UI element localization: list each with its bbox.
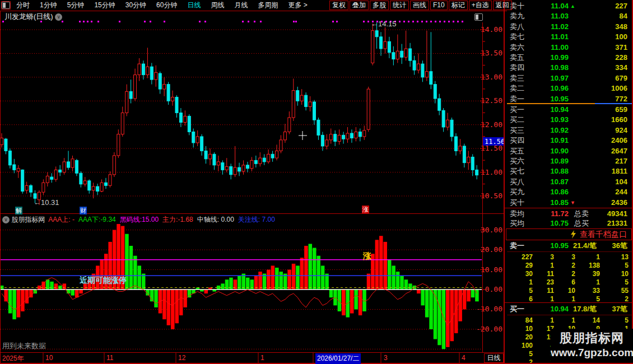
detail-cell: 1	[554, 316, 575, 325]
svg-text:0.00: 0.00	[485, 285, 502, 293]
bid-row[interactable]: 买八10.87104	[507, 177, 632, 187]
level-label: 买五	[510, 146, 524, 156]
bid-row[interactable]: 买四10.912406	[507, 136, 632, 146]
total-label: 总卖	[574, 209, 589, 219]
level-label: 买八	[510, 177, 524, 187]
average-row: 买均10.75总买21331	[507, 218, 632, 228]
period-selector[interactable]: 日线	[484, 353, 504, 363]
toolbar-button-叠加[interactable]: 叠加	[350, 1, 369, 10]
bid-row[interactable]: 买九10.86244	[507, 187, 632, 197]
menu-item-30分钟[interactable]: 30分钟	[125, 1, 146, 10]
toolbar-button-多股[interactable]: 多股	[370, 1, 389, 10]
indicator-value: 黑码线:15.00	[120, 216, 159, 223]
level-price: 10.86	[541, 187, 569, 197]
toolbar-button-画线[interactable]: 画线	[410, 1, 429, 10]
bid-row[interactable]: 买五10.902647	[507, 146, 632, 156]
menu-item-日线[interactable]: 日线	[187, 1, 201, 10]
level-price: 10.92	[541, 125, 569, 136]
svg-text:11.56: 11.56	[485, 138, 505, 146]
detail-cell: 29	[507, 262, 533, 270]
level-volume: 2406	[611, 136, 627, 146]
level-price: 11.02	[541, 22, 569, 32]
level-volume: 924	[615, 125, 627, 136]
detail-cell: 3	[533, 253, 554, 262]
up-arrow-icon: ▲	[570, 1, 575, 11]
chevron-down-icon[interactable]: ∨	[55, 13, 62, 21]
low-price-label: ←10.31	[34, 198, 59, 207]
detail-cell: 10	[554, 287, 575, 295]
menu-item-5分钟[interactable]: 5分钟	[67, 1, 85, 10]
ask-row[interactable]: 卖七11.01100	[507, 32, 632, 42]
svg-text:30.00: 30.00	[481, 226, 502, 234]
level-label: 卖二	[510, 83, 524, 94]
menu-item-月线[interactable]: 月线	[234, 1, 248, 10]
toolbar-button-复权[interactable]: 复权	[329, 1, 348, 10]
toolbar-button-+自选[interactable]: +自选	[469, 1, 492, 10]
ask-detail-header: 卖一10.9521.4/笔36笔	[507, 241, 632, 250]
toolbar-button-F10[interactable]: F10	[430, 1, 448, 10]
panel-toggle-icon[interactable]	[1, 1, 11, 10]
indicator-value: AAA上: -	[48, 216, 75, 223]
level-price: 10.97	[541, 73, 569, 83]
indicator-hint-text: 近期可能涨停	[80, 276, 127, 286]
detail-cell: 23	[533, 278, 554, 287]
depth-link-row[interactable]: 查看千档盘口	[506, 228, 632, 240]
ask-row[interactable]: 卖三10.97679	[507, 73, 632, 83]
menu-item-1分钟[interactable]: 1分钟	[40, 1, 57, 10]
level-label: 买三	[510, 125, 524, 136]
bid-row[interactable]: 买十10.852436▼	[507, 198, 632, 208]
bid-row[interactable]: 买一10.94659	[507, 105, 632, 115]
sep-line	[505, 208, 633, 208]
level-volume: 228	[615, 53, 627, 63]
time-axis-month[interactable]: 3	[384, 354, 388, 362]
bid-row[interactable]: 买七10.881811	[507, 166, 632, 176]
level-label: 买九	[510, 187, 524, 197]
ask-row[interactable]: 卖六11.00371	[507, 43, 632, 53]
ask-row[interactable]: 卖五10.99228	[507, 53, 632, 63]
dotted-separator	[508, 251, 631, 252]
detail-cell: 33	[575, 287, 600, 295]
detail-cell: 55	[600, 287, 629, 295]
menu-item-分时[interactable]: 分时	[16, 1, 30, 10]
svg-text:-10.00: -10.00	[476, 305, 502, 313]
event-badge-财[interactable]: 财	[80, 207, 87, 214]
detail-cell: 2	[554, 262, 575, 270]
event-badge-解[interactable]: 解	[15, 207, 22, 214]
level-volume: 2647	[611, 146, 627, 156]
panel-collapse-icon[interactable]	[474, 13, 483, 23]
ask-row[interactable]: 卖八11.02348	[507, 22, 632, 32]
menu-item-周线[interactable]: 周线	[211, 1, 224, 10]
bid-row[interactable]: 买三10.92924	[507, 125, 632, 136]
toolbar-button-返回[interactable]: 返回	[493, 1, 512, 10]
chevron-icon[interactable]: ∨	[2, 216, 10, 223]
menu-item-15分钟[interactable]: 15分钟	[94, 1, 115, 10]
toolbar-button-统计[interactable]: 统计	[390, 1, 409, 10]
ask-row[interactable]: 卖九11.0384	[507, 11, 632, 21]
level-volume: 1006	[611, 83, 627, 94]
level-label: 买二	[510, 115, 524, 125]
level-price: 10.98	[541, 63, 569, 73]
time-axis-month[interactable]: 12	[178, 354, 185, 362]
detail-cell: 227	[507, 253, 533, 262]
time-axis-month[interactable]: 11	[106, 354, 113, 362]
detail-cell: 3	[554, 253, 575, 262]
time-axis-month[interactable]: 1	[260, 354, 264, 362]
time-axis-month[interactable]: 10	[45, 354, 53, 362]
ask-row[interactable]: 卖十11.04227▲	[507, 1, 632, 11]
ask-row[interactable]: 卖一10.95772	[507, 94, 632, 104]
bid-row[interactable]: 买六10.89217	[507, 156, 632, 166]
time-axis-selected-date[interactable]: 2026/01/27/二	[315, 353, 361, 364]
menu-item-60分钟[interactable]: 60分钟	[156, 1, 177, 10]
level-price: 10.96	[541, 83, 569, 94]
menu-item-更多 >[interactable]: 更多 >	[288, 1, 307, 10]
menu-item-多周期[interactable]: 多周期	[258, 1, 278, 10]
time-axis-month[interactable]: 4	[462, 354, 466, 362]
level-price: 11.03	[541, 11, 569, 21]
event-badge-涨[interactable]: 涨	[362, 206, 369, 213]
detail-cell: 5	[600, 262, 629, 270]
bid-row[interactable]: 买二10.931660	[507, 115, 632, 125]
ask-row[interactable]: 卖四10.98334	[507, 63, 632, 73]
ask-row[interactable]: 卖二10.961006	[507, 83, 632, 94]
average-row: 卖均11.72总卖49341	[507, 209, 632, 219]
toolbar-button-标记[interactable]: 标记	[449, 1, 468, 10]
